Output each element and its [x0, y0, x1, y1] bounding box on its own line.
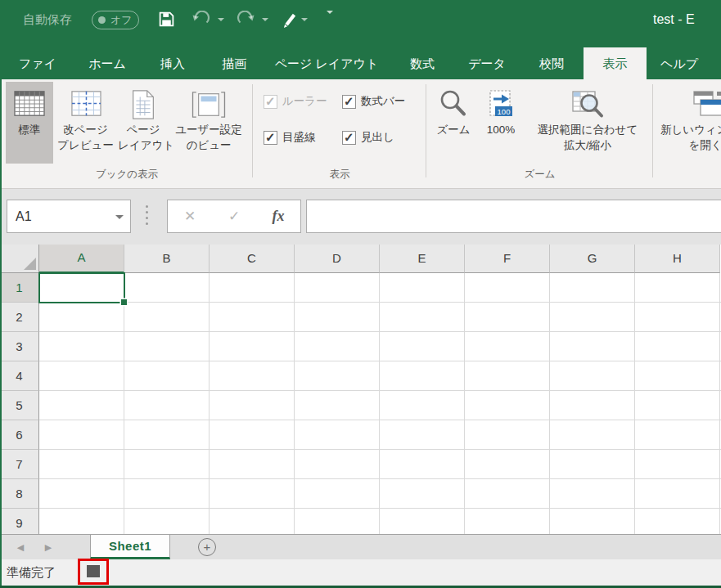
- ribbon-tab-row: ファイル ホーム 挿入 描画 ページ レイアウト 数式 データ 校閲 表示 ヘル…: [0, 39, 721, 79]
- ink-button[interactable]: [281, 11, 299, 29]
- group-separator: [652, 84, 653, 177]
- tab-insert[interactable]: 挿入: [152, 47, 193, 79]
- ink-dropdown-caret-icon[interactable]: [301, 18, 308, 21]
- cancel-icon[interactable]: ✕: [168, 208, 212, 225]
- row-header-4[interactable]: 4: [0, 361, 39, 391]
- tab-help[interactable]: ヘルプ: [656, 47, 703, 79]
- save-button[interactable]: [158, 11, 176, 29]
- excel-window: 自動保存 オフ: [0, 0, 721, 588]
- page-layout-view-button[interactable]: ページ レイアウト: [118, 82, 169, 164]
- fill-handle[interactable]: [121, 299, 127, 305]
- custom-views-button[interactable]: ユーザー設定 のビュー: [170, 82, 247, 164]
- autosave-toggle-knob-icon: [98, 16, 106, 24]
- row-header-5[interactable]: 5: [0, 391, 39, 420]
- checkbox-formula-bar[interactable]: ✓ 数式バー: [342, 94, 405, 109]
- enter-icon[interactable]: ✓: [212, 208, 256, 225]
- select-all-button[interactable]: [0, 245, 39, 273]
- checkbox-box-icon: ✓: [342, 95, 356, 109]
- window-title: test - E: [653, 0, 695, 39]
- sheet-nav-left-icon[interactable]: ◀: [13, 535, 28, 559]
- column-header-h[interactable]: H: [635, 245, 720, 273]
- zoom-to-selection-button[interactable]: 選択範囲に合わせて 拡大/縮小: [525, 82, 650, 164]
- group-label-workbook-views: ブックの表示: [2, 168, 252, 182]
- checkmark-icon: ✓: [344, 130, 354, 145]
- group-separator: [252, 84, 253, 177]
- selected-cell-a1[interactable]: [38, 272, 125, 303]
- cells-area[interactable]: [39, 273, 721, 534]
- column-header-g[interactable]: G: [550, 245, 635, 273]
- checkbox-headings[interactable]: ✓ 見出し: [342, 130, 394, 145]
- group-label-show: 表示: [254, 168, 426, 182]
- overflow-caret-icon: [327, 11, 333, 28]
- page-layout-view-icon: [118, 89, 169, 122]
- formula-input[interactable]: [306, 200, 721, 233]
- window-left-border: [0, 79, 2, 586]
- custom-views-icon: [170, 89, 247, 122]
- add-sheet-button[interactable]: +: [198, 538, 216, 556]
- undo-icon: [191, 11, 210, 29]
- touch-ink-icon: [281, 11, 299, 29]
- page-break-preview-icon: [54, 89, 117, 122]
- normal-view-button[interactable]: 標準: [6, 82, 53, 164]
- normal-view-icon: [6, 89, 53, 122]
- row-header-2[interactable]: 2: [0, 303, 39, 332]
- checkbox-box-icon: ✓: [264, 95, 277, 109]
- page-break-preview-button[interactable]: 改ページ プレビュー: [54, 82, 117, 164]
- save-icon: [158, 11, 175, 28]
- tab-review[interactable]: 校閲: [530, 47, 573, 79]
- column-header-d[interactable]: D: [295, 245, 380, 273]
- tab-file[interactable]: ファイル: [15, 47, 61, 79]
- sheet-tab-bar: ◀ ▶ Sheet1 +: [0, 534, 721, 559]
- sheet-nav-right-icon[interactable]: ▶: [41, 535, 56, 559]
- tab-formulas[interactable]: 数式: [402, 47, 443, 79]
- new-window-icon: [656, 89, 721, 122]
- group-separator: [426, 84, 426, 177]
- formula-bar-resize-handle[interactable]: [146, 205, 148, 225]
- insert-function-icon[interactable]: fx: [256, 208, 300, 225]
- name-box-dropdown-icon[interactable]: [115, 215, 124, 219]
- formula-buttons: ✕ ✓ fx: [167, 200, 301, 233]
- zoom-100-badge: 100: [498, 107, 511, 116]
- checkmark-icon: ✓: [265, 130, 276, 145]
- redo-dropdown-caret-icon[interactable]: [262, 18, 268, 21]
- row-headers: 1 2 3 4 5 6 7 8 9: [0, 273, 39, 534]
- select-all-triangle-icon: [24, 258, 36, 270]
- zoom-button[interactable]: ズーム: [432, 82, 475, 164]
- row-header-9[interactable]: 9: [0, 509, 39, 534]
- row-header-1[interactable]: 1: [0, 273, 39, 303]
- formula-bar: A1 ✕ ✓ fx: [0, 189, 721, 245]
- row-header-7[interactable]: 7: [0, 450, 39, 479]
- undo-button[interactable]: [191, 11, 209, 29]
- tab-home[interactable]: ホーム: [82, 47, 133, 79]
- name-box[interactable]: A1: [7, 200, 131, 233]
- autosave-state: オフ: [110, 11, 133, 29]
- redo-icon: [237, 11, 256, 29]
- checkbox-ruler[interactable]: ✓ ルーラー: [264, 94, 327, 109]
- tab-data[interactable]: データ: [463, 47, 511, 79]
- autosave-toggle[interactable]: オフ: [92, 11, 139, 29]
- sheet-tab-sheet1[interactable]: Sheet1: [90, 535, 170, 559]
- column-header-a[interactable]: A: [39, 245, 124, 273]
- redo-button[interactable]: [237, 11, 255, 29]
- tab-page-layout[interactable]: ページ レイアウト: [273, 47, 380, 79]
- zoom-to-selection-icon: [525, 89, 650, 122]
- tab-view[interactable]: 表示: [584, 47, 647, 79]
- autosave-label: 自動保存: [23, 0, 72, 39]
- checkbox-gridlines[interactable]: ✓ 目盛線: [264, 130, 316, 145]
- new-window-button[interactable]: 新しいウィンドウ を開く: [656, 82, 721, 164]
- quick-access-overflow-button[interactable]: [326, 14, 335, 29]
- zoom-100-button[interactable]: 100 100%: [478, 82, 524, 164]
- column-header-f[interactable]: F: [465, 245, 550, 273]
- status-mode-text: 準備完了: [7, 559, 56, 586]
- row-header-6[interactable]: 6: [0, 420, 39, 450]
- zoom-magnifier-icon: [432, 89, 475, 122]
- undo-dropdown-caret-icon[interactable]: [218, 18, 224, 21]
- row-header-8[interactable]: 8: [0, 479, 39, 509]
- column-header-b[interactable]: B: [124, 245, 210, 273]
- row-header-3[interactable]: 3: [0, 332, 39, 361]
- column-header-e[interactable]: E: [380, 245, 465, 273]
- checkbox-box-icon: ✓: [342, 131, 356, 145]
- ribbon: 標準 改ページ プレビュー ページ: [0, 79, 721, 189]
- column-header-c[interactable]: C: [210, 245, 295, 273]
- tab-draw[interactable]: 描画: [213, 47, 255, 79]
